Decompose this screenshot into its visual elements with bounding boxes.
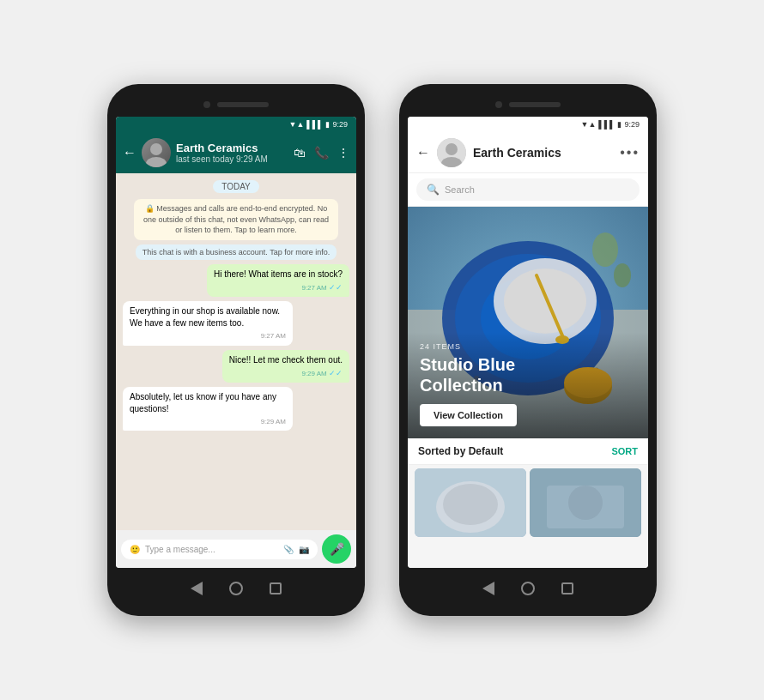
avatar-svg-left [142, 138, 171, 167]
mic-button[interactable]: 🎤 [322, 534, 351, 564]
message-3-text: Nice!! Let me check them out. [229, 355, 343, 365]
back-button-right[interactable]: ← [416, 145, 430, 160]
message-4: Absolutely, let us know if you have any … [123, 387, 293, 431]
phone-top-bar-right [408, 96, 648, 113]
speaker-left [217, 102, 269, 107]
avatar-svg-right [437, 138, 466, 167]
cat-product-grid [408, 465, 648, 568]
status-icons-right: ▼▲ ▌▌▌ ▮ 9:29 [581, 120, 640, 129]
svg-point-0 [150, 143, 162, 155]
signal-bars: ▌▌▌ [306, 120, 323, 129]
mic-icon: 🎤 [330, 542, 344, 556]
shop-icon[interactable]: 🛍 [294, 146, 306, 160]
cat-contact-name: Earth Ceramics [473, 146, 613, 160]
svg-point-11 [504, 269, 586, 334]
message-2: Everything in our shop is available now.… [123, 301, 293, 345]
product-1-image [415, 468, 526, 537]
svg-point-14 [592, 232, 618, 267]
svg-point-3 [446, 143, 458, 155]
phone-screen-left: ▼▲ ▌▌▌ ▮ 9:29 ← E [116, 117, 356, 568]
cat-header: ← Earth Ceramics ••• [408, 132, 648, 173]
phone-top-bar-left [116, 96, 356, 113]
svg-point-1 [146, 157, 167, 167]
wa-header: ← Earth Ceramics last seen today 9:29 AM… [116, 132, 356, 173]
status-bar-right: ▼▲ ▌▌▌ ▮ 9:29 [408, 117, 648, 132]
scene: ▼▲ ▌▌▌ ▮ 9:29 ← E [107, 84, 657, 616]
message-4-text: Absolutely, let us know if you have any … [130, 392, 276, 413]
speaker-right [509, 102, 561, 107]
nav-recents-right[interactable] [560, 581, 575, 596]
signal-icon: ▼▲ [289, 120, 305, 129]
svg-point-26 [568, 486, 603, 520]
video-call-icon[interactable]: 📞 [314, 146, 329, 160]
message-2-time: 9:27 AM [130, 331, 286, 341]
hero-items-count: 24 ITEMS [420, 342, 636, 351]
wa-last-seen: last seen today 9:29 AM [176, 154, 288, 164]
cat-sorted-bar: Sorted by Default SORT [408, 438, 648, 465]
signal-bars-right: ▌▌▌ [598, 120, 615, 129]
wa-chat-area: TODAY 🔒 Messages and calls are end-to-en… [116, 173, 356, 530]
nav-recents-left[interactable] [268, 581, 283, 596]
sorted-label: Sorted by Default [418, 445, 503, 457]
wa-title-block: Earth Ceramics last seen today 9:29 AM [176, 142, 288, 164]
emoji-icon[interactable]: 🙂 [130, 545, 140, 554]
phone-bottom-bar-right [408, 573, 648, 604]
phone-right: ▼▲ ▌▌▌ ▮ 9:29 ← Earth Ceramics ••• [399, 84, 657, 616]
business-notice[interactable]: This chat is with a business account. Ta… [136, 244, 337, 260]
cat-hero: 24 ITEMS Studio BlueCollection View Coll… [408, 207, 648, 438]
message-3: Nice!! Let me check them out. 9:29 AM ✓✓ [222, 350, 349, 383]
avatar-image-left [142, 138, 171, 167]
back-button-left[interactable]: ← [123, 145, 136, 160]
more-options-right[interactable]: ••• [620, 145, 640, 160]
nav-back-left[interactable] [189, 581, 204, 596]
front-camera-left [203, 101, 210, 108]
more-options-icon[interactable]: ⋮ [337, 146, 349, 160]
battery-icon-right: ▮ [617, 120, 622, 129]
svg-point-23 [443, 484, 498, 525]
message-2-text: Everything in our shop is available now.… [130, 306, 280, 328]
product-item-2[interactable] [530, 468, 641, 537]
nav-home-right[interactable] [520, 581, 536, 596]
wa-input-field[interactable]: 🙂 Type a message... 📎 📷 [121, 540, 318, 559]
search-placeholder: Search [445, 184, 475, 195]
svg-point-15 [614, 263, 631, 287]
battery-icon: ▮ [325, 120, 330, 129]
camera-icon[interactable]: 📷 [299, 545, 309, 554]
message-1-text: Hi there! What items are in stock? [214, 269, 343, 279]
avatar-left [142, 138, 171, 167]
status-bar-left: ▼▲ ▌▌▌ ▮ 9:29 [116, 117, 356, 132]
cat-search-input[interactable]: 🔍 Search [416, 178, 640, 201]
product-item-1[interactable] [415, 468, 526, 537]
avatar-right [437, 138, 466, 167]
status-icons-left: ▼▲ ▌▌▌ ▮ 9:29 [289, 120, 349, 129]
wa-header-icons: 🛍 📞 ⋮ [294, 146, 349, 160]
sort-button[interactable]: SORT [611, 446, 638, 456]
hero-overlay: 24 ITEMS Studio BlueCollection View Coll… [408, 332, 648, 438]
read-receipt-3: ✓✓ [329, 369, 343, 377]
message-input-placeholder: Type a message... [145, 545, 278, 554]
time-right: 9:29 [624, 120, 640, 129]
message-3-time: 9:29 AM ✓✓ [229, 368, 343, 379]
hero-collection-name: Studio BlueCollection [420, 354, 636, 395]
signal-icon-right: ▼▲ [581, 120, 597, 129]
wa-input-bar: 🙂 Type a message... 📎 📷 🎤 [116, 530, 356, 568]
time-left: 9:29 [332, 120, 348, 129]
read-receipt-1: ✓✓ [329, 283, 343, 292]
view-collection-button[interactable]: View Collection [420, 404, 517, 426]
message-1: Hi there! What items are in stock? 9:27 … [207, 264, 349, 298]
search-icon-right: 🔍 [427, 184, 440, 196]
front-camera-right [495, 101, 502, 108]
phone-bottom-bar-left [116, 573, 356, 604]
phone-left: ▼▲ ▌▌▌ ▮ 9:29 ← E [107, 84, 365, 616]
encryption-notice[interactable]: 🔒 Messages and calls are end-to-end encr… [134, 199, 338, 240]
attach-icon[interactable]: 📎 [283, 545, 294, 554]
nav-home-left[interactable] [228, 581, 244, 596]
product-2-image [530, 468, 641, 537]
nav-back-right[interactable] [481, 581, 496, 596]
cat-search-bar: 🔍 Search [408, 173, 648, 207]
phone-screen-right: ▼▲ ▌▌▌ ▮ 9:29 ← Earth Ceramics ••• [408, 117, 648, 568]
message-1-time: 9:27 AM ✓✓ [214, 282, 343, 293]
date-chip: TODAY [213, 180, 259, 193]
wa-contact-name: Earth Ceramics [176, 142, 288, 154]
message-4-time: 9:29 AM [130, 417, 286, 426]
